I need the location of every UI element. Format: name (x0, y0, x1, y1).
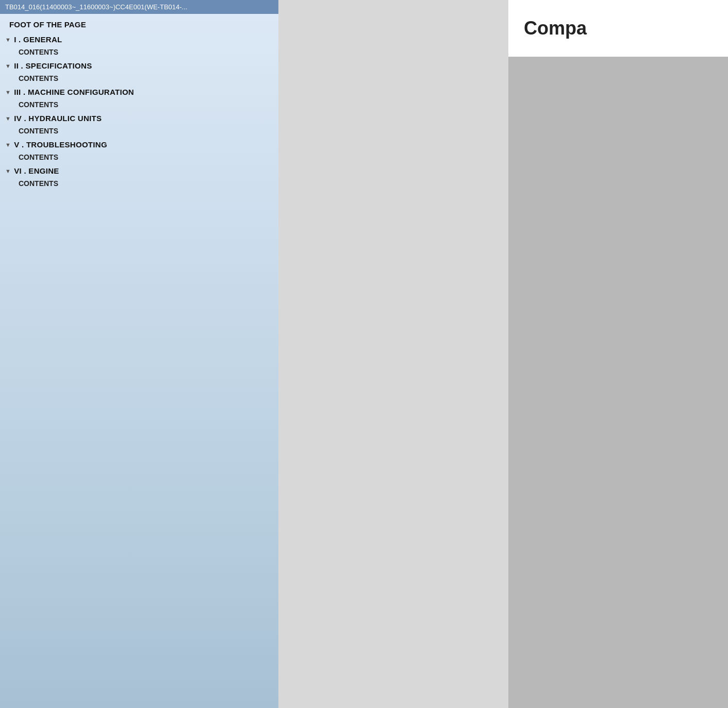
right-top-area: Compa (508, 0, 728, 57)
chevron-icon-v: ▼ (5, 142, 11, 148)
section-i-contents-label: CONTENTS (19, 48, 58, 56)
right-panel: Compa (508, 0, 728, 708)
section-iv-contents-label: CONTENTS (19, 127, 58, 135)
section-iii-label: III . MACHINE CONFIGURATION (14, 88, 134, 96)
chevron-icon-i: ▼ (5, 37, 11, 43)
section-ii-header[interactable]: ▼ II . SPECIFICATIONS (0, 58, 278, 72)
section-ii-item: ▼ II . SPECIFICATIONS CONTENTS (0, 58, 278, 85)
section-v-label: V . TROUBLESHOOTING (14, 140, 107, 149)
section-i-header[interactable]: ▼ I . GENERAL (0, 32, 278, 46)
section-iv-item: ▼ IV . HYDRAULIC UNITS CONTENTS (0, 111, 278, 137)
section-vi-contents-label: CONTENTS (19, 179, 58, 188)
section-iv-label: IV . HYDRAULIC UNITS (14, 114, 102, 123)
company-label: Compa (524, 18, 587, 39)
right-bottom-area (508, 57, 728, 708)
section-vi-label: VI . ENGINE (14, 166, 59, 175)
section-iv-header[interactable]: ▼ IV . HYDRAULIC UNITS (0, 111, 278, 125)
section-v-item: ▼ V . TROUBLESHOOTING CONTENTS (0, 137, 278, 163)
section-iii-header[interactable]: ▼ III . MACHINE CONFIGURATION (0, 85, 278, 98)
section-vi-contents[interactable]: CONTENTS (0, 177, 278, 190)
section-v-contents-label: CONTENTS (19, 153, 58, 161)
section-iii-contents-label: CONTENTS (19, 100, 58, 109)
section-vi-header[interactable]: ▼ VI . ENGINE (0, 163, 278, 177)
section-ii-contents-label: CONTENTS (19, 74, 58, 82)
chevron-icon-iii: ▼ (5, 89, 11, 95)
tree-content: FOOT OF THE PAGE ▼ I . GENERAL CONTENTS … (0, 14, 278, 708)
chevron-icon-iv: ▼ (5, 115, 11, 122)
chevron-icon-ii: ▼ (5, 63, 11, 69)
section-ii-label: II . SPECIFICATIONS (14, 61, 92, 70)
section-iii-contents[interactable]: CONTENTS (0, 98, 278, 111)
section-v-contents[interactable]: CONTENTS (0, 151, 278, 163)
section-v-header[interactable]: ▼ V . TROUBLESHOOTING (0, 137, 278, 151)
section-i-item: ▼ I . GENERAL CONTENTS (0, 32, 278, 58)
tree-header[interactable]: TB014_016(11400003~_11600003~)CC4E001(WE… (0, 0, 278, 14)
left-panel: TB014_016(11400003~_11600003~)CC4E001(WE… (0, 0, 278, 708)
section-vi-item: ▼ VI . ENGINE CONTENTS (0, 163, 278, 190)
foot-of-page-item[interactable]: FOOT OF THE PAGE (0, 17, 278, 32)
middle-panel (278, 0, 508, 708)
section-iii-item: ▼ III . MACHINE CONFIGURATION CONTENTS (0, 85, 278, 111)
section-ii-contents[interactable]: CONTENTS (0, 72, 278, 85)
chevron-icon-vi: ▼ (5, 168, 11, 174)
section-iv-contents[interactable]: CONTENTS (0, 125, 278, 137)
section-i-contents[interactable]: CONTENTS (0, 46, 278, 58)
section-i-label: I . GENERAL (14, 35, 62, 44)
